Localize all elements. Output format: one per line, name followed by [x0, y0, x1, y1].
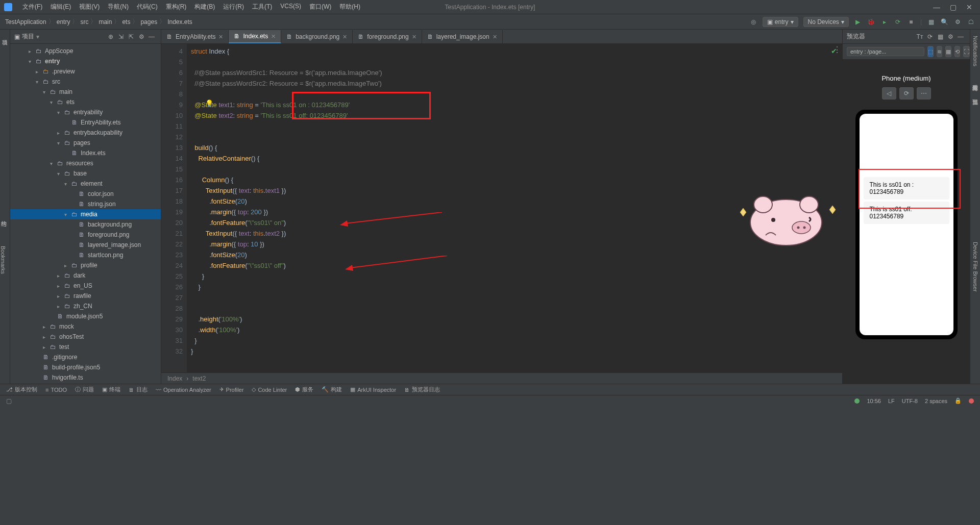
tree-row[interactable]: 🗎color.json: [10, 189, 161, 199]
tree-row[interactable]: ▾🗀media: [10, 209, 161, 219]
code-line[interactable]: [187, 303, 842, 314]
code-line[interactable]: .fontSize(20): [187, 196, 842, 207]
code-line[interactable]: [187, 89, 842, 99]
tree-row[interactable]: 🗎hvigorfile.ts: [10, 372, 161, 383]
rotate-device-icon[interactable]: ⟳: [899, 87, 914, 99]
tool-window-button[interactable]: 🗎日志: [129, 386, 148, 393]
editor-tab[interactable]: 🗎layered_image.json✕: [422, 30, 503, 43]
hide-icon[interactable]: —: [146, 32, 157, 42]
code-line[interactable]: .height('100%'): [187, 314, 842, 324]
tree-row[interactable]: 🗎build-profile.json5: [10, 362, 161, 372]
code-line[interactable]: @State text1: string = 'This is ss01 on …: [187, 99, 842, 110]
maximize-button[interactable]: ▢: [949, 4, 957, 11]
menu-item[interactable]: 导航(N): [104, 3, 133, 11]
menu-item[interactable]: 工具(T): [248, 3, 276, 11]
tree-row[interactable]: ▸🗀zh_CN: [10, 301, 161, 311]
device-selector[interactable]: No Devices ▾: [803, 17, 849, 27]
close-button[interactable]: ✕: [966, 4, 973, 11]
expand-icon[interactable]: ⇲: [116, 32, 126, 42]
menu-item[interactable]: 运行(R): [219, 3, 248, 11]
tree-row[interactable]: ▾🗀entryability: [10, 107, 161, 117]
code-line[interactable]: .margin({ top: 200 }): [187, 207, 842, 217]
search-icon[interactable]: 🔍: [940, 18, 948, 26]
tool-window-button[interactable]: ≡TODO: [45, 387, 67, 393]
target-icon[interactable]: ◎: [749, 18, 757, 26]
code-line[interactable]: TextInput({ text: this.text1 }): [187, 185, 842, 196]
tree-row[interactable]: 🗎EntryAbility.ets: [10, 117, 161, 128]
debug-icon[interactable]: 🐞: [867, 18, 875, 26]
menu-item[interactable]: 编辑(E): [46, 3, 75, 11]
menu-item[interactable]: 视图(V): [75, 3, 104, 11]
previewer-entry-field[interactable]: [847, 47, 924, 56]
tool-window-button[interactable]: ⎇版本控制: [6, 386, 37, 393]
coverage-icon[interactable]: ▸: [880, 18, 889, 26]
tool-window-button[interactable]: 〰Operation Analyzer: [156, 387, 211, 393]
device-browser-tool-button[interactable]: Device File Browser: [972, 240, 978, 294]
code-line[interactable]: struct Index {: [187, 46, 842, 57]
breadcrumb-item[interactable]: ets: [122, 18, 130, 26]
close-tab-icon[interactable]: ✕: [493, 34, 497, 40]
tree-row[interactable]: ▾🗀base: [10, 168, 161, 179]
previewer-tool-button[interactable]: 预览器: [971, 93, 979, 97]
stop-icon[interactable]: ■: [907, 18, 915, 26]
close-tab-icon[interactable]: ✕: [271, 33, 276, 40]
settings-icon[interactable]: ⚙: [136, 32, 146, 42]
status-error-icon[interactable]: [969, 398, 974, 404]
tool-window-button[interactable]: ⬢服务: [295, 386, 313, 393]
menu-item[interactable]: 重构(R): [162, 3, 191, 11]
editor-tab[interactable]: 🗎background.png✕: [281, 30, 353, 43]
tree-row[interactable]: ▾🗀main: [10, 87, 161, 97]
breadcrumb-item[interactable]: pages: [140, 18, 157, 26]
menu-item[interactable]: 代码(C): [133, 3, 162, 11]
tree-row[interactable]: 🗎layered_image.json: [10, 240, 161, 250]
tool-window-button[interactable]: ▦ArkUI Inspector: [350, 386, 396, 393]
back-icon[interactable]: ◁: [882, 87, 896, 99]
menu-item[interactable]: 帮助(H): [335, 3, 364, 11]
tree-row[interactable]: 🗎Index.ets: [10, 148, 161, 158]
rotate-icon[interactable]: ⟲: [954, 46, 960, 57]
tree-row[interactable]: 🗎obfuscation-rules.txt: [10, 383, 161, 384]
refresh-icon[interactable]: ⟳: [925, 33, 935, 40]
tree-row[interactable]: ▸🗀test: [10, 342, 161, 352]
structure-tool-button[interactable]: 结构: [0, 214, 8, 218]
tree-row[interactable]: ▾🗀element: [10, 179, 161, 189]
tree-row[interactable]: ▸🗀rawfile: [10, 291, 161, 301]
device-manager-icon[interactable]: ▦: [927, 18, 935, 26]
tree-row[interactable]: ▸🗀dark: [10, 270, 161, 281]
tree-row[interactable]: ▸🗀profile: [10, 260, 161, 270]
breadcrumb-item[interactable]: TestApplication: [5, 18, 46, 26]
editor-tab[interactable]: 🗎EntryAbility.ets✕: [161, 30, 229, 43]
phone-screen[interactable]: This is ss01 on : 0123456789 This is ss0…: [860, 114, 953, 335]
tree-row[interactable]: 🗎foreground.png: [10, 230, 161, 240]
status-encoding[interactable]: UTF-8: [902, 398, 918, 404]
code-line[interactable]: @State text2: string = 'This is ss01 off…: [187, 110, 842, 121]
code-line[interactable]: .fontSize(20): [187, 249, 842, 260]
code-line[interactable]: RelativeContainer() {: [187, 153, 842, 164]
code-line[interactable]: Column() {: [187, 174, 842, 185]
tree-row[interactable]: 🗎string.json: [10, 199, 161, 209]
intention-bulb-icon[interactable]: 💡: [205, 99, 213, 107]
hide-icon[interactable]: —: [955, 33, 966, 40]
code-line[interactable]: .fontFeature("\"ss01\" on"): [187, 217, 842, 228]
collapse-icon[interactable]: ⇱: [126, 32, 136, 42]
breadcrumb-item[interactable]: Index: [167, 375, 182, 382]
tree-row[interactable]: 🗎startIcon.png: [10, 250, 161, 260]
close-tab-icon[interactable]: ✕: [342, 34, 347, 40]
code-line[interactable]: [187, 292, 842, 303]
run-config-selector[interactable]: ▣ entry ▾: [763, 17, 798, 27]
tool-window-button[interactable]: 🗎预览器日志: [404, 386, 440, 393]
tree-row[interactable]: ▾🗀entry: [10, 56, 161, 66]
code-line[interactable]: [187, 132, 842, 142]
editor-menu-icon[interactable]: ⋮: [833, 45, 841, 55]
code-line[interactable]: //@State passWordSrc2: Resource = $r('ap…: [187, 78, 842, 89]
editor-breadcrumb[interactable]: Index › text2: [161, 372, 842, 384]
editor-tab[interactable]: 🗎foreground.png✕: [353, 30, 422, 43]
run-icon[interactable]: ▶: [854, 18, 862, 26]
breadcrumb-item[interactable]: Index.ets: [167, 18, 192, 26]
layers-icon[interactable]: ≋: [937, 46, 942, 57]
code-line[interactable]: TextInput({ text: this.text2 }): [187, 228, 842, 239]
text-icon[interactable]: Tт: [915, 33, 925, 40]
editor-tab[interactable]: 🗎Index.ets✕: [229, 30, 281, 43]
close-tab-icon[interactable]: ✕: [218, 34, 223, 40]
code-line[interactable]: [187, 164, 842, 174]
